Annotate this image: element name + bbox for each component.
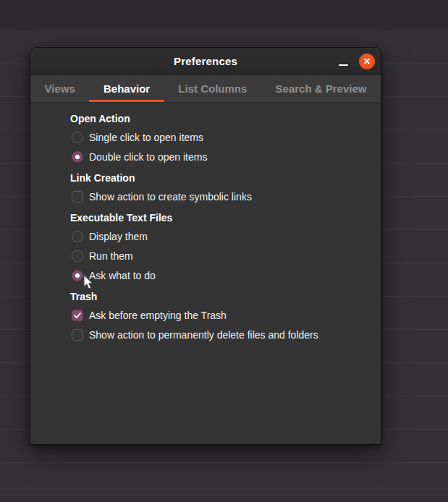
desktop-background: Preferences ✕ Views Behavior List Column… <box>0 0 448 502</box>
checkbox-option-symbolic-links[interactable]: Show action to create symbolic links <box>72 187 366 206</box>
minimize-button[interactable] <box>335 54 351 69</box>
section-link-creation: Link Creation Show action to create symb… <box>70 171 366 206</box>
radio-option-run-them[interactable]: Run them <box>72 246 366 265</box>
section-heading: Link Creation <box>70 171 366 185</box>
checkbox-unchecked-icon[interactable] <box>72 191 83 203</box>
window-close-icon: ✕ <box>363 57 371 66</box>
window-minimize-icon <box>339 64 348 66</box>
tab-bar: Views Behavior List Columns Search & Pre… <box>30 75 381 103</box>
checkbox-unchecked-icon[interactable] <box>72 329 83 341</box>
tab-views[interactable]: Views <box>30 75 89 102</box>
preferences-dialog: Preferences ✕ Views Behavior List Column… <box>30 48 381 444</box>
radio-option-display-them[interactable]: Display them <box>72 226 366 246</box>
radio-unchecked-icon[interactable] <box>72 132 83 143</box>
radio-unchecked-icon[interactable] <box>72 231 83 242</box>
section-executable-text-files: Executable Text Files Display them Run t… <box>70 210 366 285</box>
window-title: Preferences <box>174 55 237 67</box>
section-heading: Executable Text Files <box>70 210 366 225</box>
radio-option-single-click[interactable]: Single click to open items <box>72 127 366 147</box>
section-heading: Open Action <box>70 111 366 126</box>
checkbox-checked-icon[interactable] <box>72 310 83 321</box>
window-controls: ✕ <box>335 48 376 75</box>
section-trash: Trash Ask before emptying the Trash Show… <box>70 289 366 344</box>
radio-option-double-click[interactable]: Double click to open items <box>72 147 366 166</box>
radio-option-ask-what-to-do[interactable]: Ask what to do <box>72 265 366 285</box>
checkbox-option-permanently-delete[interactable]: Show action to permanently delete files … <box>72 325 366 344</box>
radio-checked-icon[interactable] <box>72 270 83 281</box>
radio-checked-icon[interactable] <box>72 151 83 163</box>
checkbox-option-ask-before-emptying[interactable]: Ask before emptying the Trash <box>72 305 366 325</box>
section-open-action: Open Action Single click to open items D… <box>70 111 366 166</box>
radio-unchecked-icon[interactable] <box>72 250 83 262</box>
check-icon <box>73 311 82 320</box>
tab-search-preview[interactable]: Search & Preview <box>261 75 381 102</box>
section-heading: Trash <box>70 289 366 304</box>
titlebar[interactable]: Preferences ✕ <box>30 48 381 75</box>
preferences-content: Open Action Single click to open items D… <box>30 103 381 344</box>
tab-behavior[interactable]: Behavior <box>89 75 164 102</box>
tab-list-columns[interactable]: List Columns <box>164 75 261 102</box>
close-button[interactable]: ✕ <box>359 54 375 69</box>
